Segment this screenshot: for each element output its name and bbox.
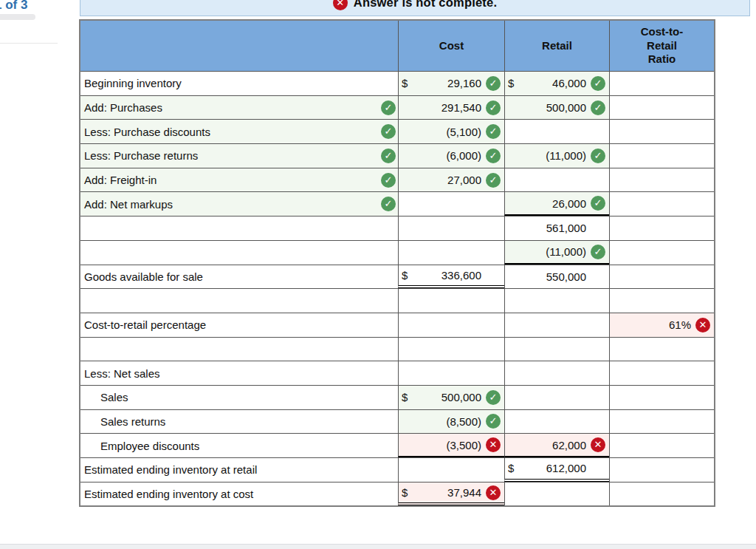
row-label-cell: Estimated ending inventory at retail xyxy=(80,458,398,482)
row-label-cell[interactable]: Add: Net markups✓ xyxy=(80,192,398,216)
retail-cell[interactable]: 550,000 xyxy=(504,265,609,289)
cell-value: 500,000 xyxy=(408,391,484,403)
cost-cell[interactable]: (8,500)✓ xyxy=(398,410,504,434)
x-icon: ✕ xyxy=(486,485,501,500)
page-indicator: 1 of 3 xyxy=(0,0,27,13)
ratio-cell xyxy=(609,168,714,192)
cost-cell xyxy=(398,192,504,216)
row-label-cell: Beginning inventory xyxy=(80,72,398,95)
cost-cell[interactable]: (5,100)✓ xyxy=(398,120,504,143)
ratio-cell xyxy=(609,120,714,143)
dollar-sign: $ xyxy=(508,77,514,89)
row-label: Less: Purchase discounts xyxy=(84,126,379,138)
retail-cell[interactable]: $612,000 xyxy=(504,458,609,482)
check-icon: ✓ xyxy=(486,149,501,163)
table-row: Add: Purchases✓291,540✓500,000✓ xyxy=(80,95,714,120)
grade-icon-slot: ✓ xyxy=(588,76,608,91)
table-row: Less: Purchase discounts✓(5,100)✓ xyxy=(80,119,714,143)
pagination-pill xyxy=(0,14,35,20)
check-icon: ✓ xyxy=(486,124,501,139)
grade-icon-slot: ✕ xyxy=(693,318,712,333)
cell-value: 61% xyxy=(613,318,693,331)
row-label-cell[interactable]: Add: Freight-in✓ xyxy=(80,168,398,192)
check-icon: ✓ xyxy=(591,149,605,163)
ratio-cell[interactable]: 61%✕ xyxy=(609,313,714,337)
grade-icon-slot: ✓ xyxy=(379,100,398,115)
cell-value: 37,944 xyxy=(408,486,484,499)
cost-cell[interactable]: $29,160✓ xyxy=(398,72,504,95)
header-label xyxy=(80,21,398,71)
check-icon: ✓ xyxy=(381,100,396,115)
grade-icon-slot: ✓ xyxy=(484,390,503,405)
dollar-sign: $ xyxy=(402,391,408,403)
table-row xyxy=(80,288,714,313)
ratio-cell xyxy=(609,361,714,385)
ratio-cell xyxy=(609,96,714,120)
cell-value: (3,500) xyxy=(402,439,484,451)
check-icon: ✓ xyxy=(486,390,501,405)
ratio-cell xyxy=(609,410,714,434)
cell-value: (11,000) xyxy=(508,149,588,162)
ratio-cell xyxy=(609,72,714,95)
row-label-cell xyxy=(80,338,398,361)
row-label-cell[interactable]: Less: Purchase returns✓ xyxy=(80,144,398,168)
retail-cell xyxy=(504,289,609,313)
table-row: Beginning inventory$29,160✓$46,000✓ xyxy=(80,71,714,95)
retail-cell[interactable]: $46,000✓ xyxy=(504,72,609,95)
cost-cell[interactable]: (3,500)✕ xyxy=(398,434,504,457)
ratio-cell xyxy=(609,434,714,457)
cell-value: 62,000 xyxy=(508,439,588,451)
retail-cell[interactable]: 561,000 xyxy=(504,216,609,240)
retail-cell[interactable]: 26,000✓ xyxy=(504,192,609,216)
ratio-cell xyxy=(609,386,714,409)
row-label-cell: Sales xyxy=(80,386,398,409)
row-label-cell xyxy=(80,289,398,313)
row-label-cell[interactable]: Less: Purchase discounts✓ xyxy=(80,120,398,143)
check-icon: ✓ xyxy=(591,245,605,259)
check-icon: ✓ xyxy=(381,124,396,139)
header-cost: Cost xyxy=(398,21,504,71)
table-row xyxy=(80,337,714,361)
row-label-cell: Sales returns xyxy=(80,410,398,434)
cost-cell xyxy=(398,289,504,313)
row-label: Estimated ending inventory at retail xyxy=(84,463,398,476)
cost-cell[interactable]: $336,600 xyxy=(398,265,504,289)
check-icon: ✓ xyxy=(486,100,501,115)
cost-cell xyxy=(398,361,504,385)
cost-cell[interactable]: $500,000✓ xyxy=(398,386,504,409)
check-icon: ✓ xyxy=(381,173,396,188)
cell-value: 29,160 xyxy=(408,77,484,89)
grade-icon-slot: ✕ xyxy=(484,485,503,500)
cost-cell[interactable]: $37,944✕ xyxy=(398,482,504,506)
ratio-cell xyxy=(609,265,714,289)
grade-icon-slot: ✓ xyxy=(484,76,503,91)
row-label-cell[interactable]: Add: Purchases✓ xyxy=(80,96,398,120)
row-label: Cost-to-retail percentage xyxy=(84,318,398,331)
check-icon: ✓ xyxy=(381,149,396,163)
cost-cell[interactable]: (6,000)✓ xyxy=(398,144,504,168)
retail-cell[interactable]: (11,000)✓ xyxy=(504,144,609,168)
retail-cell xyxy=(504,410,609,434)
cell-value: 550,000 xyxy=(508,270,588,283)
grade-icon-slot: ✓ xyxy=(484,414,503,429)
ratio-cell xyxy=(609,192,714,216)
ratio-cell xyxy=(609,458,714,482)
check-icon: ✓ xyxy=(591,100,605,115)
ratio-cell xyxy=(609,144,714,168)
retail-cell[interactable]: 62,000✕ xyxy=(504,434,609,457)
row-label-cell: Less: Net sales xyxy=(80,361,398,385)
table-row: Employee discounts(3,500)✕62,000✕ xyxy=(80,433,714,457)
row-label: Goods available for sale xyxy=(84,270,398,283)
check-icon: ✓ xyxy=(591,76,605,91)
ratio-cell xyxy=(609,338,714,361)
retail-cell xyxy=(504,482,609,506)
grade-icon-slot: ✓ xyxy=(379,197,398,211)
table-row: 561,000 xyxy=(80,216,714,240)
check-icon: ✓ xyxy=(486,414,501,429)
retail-cell[interactable]: (11,000)✓ xyxy=(504,241,609,265)
table-row: Add: Net markups✓26,000✓ xyxy=(80,191,714,216)
cost-cell[interactable]: 27,000✓ xyxy=(398,168,504,192)
cost-cell[interactable]: 291,540✓ xyxy=(398,96,504,120)
header-ratio: Cost-to- Retail Ratio xyxy=(609,21,714,71)
retail-cell[interactable]: 500,000✓ xyxy=(504,96,609,120)
